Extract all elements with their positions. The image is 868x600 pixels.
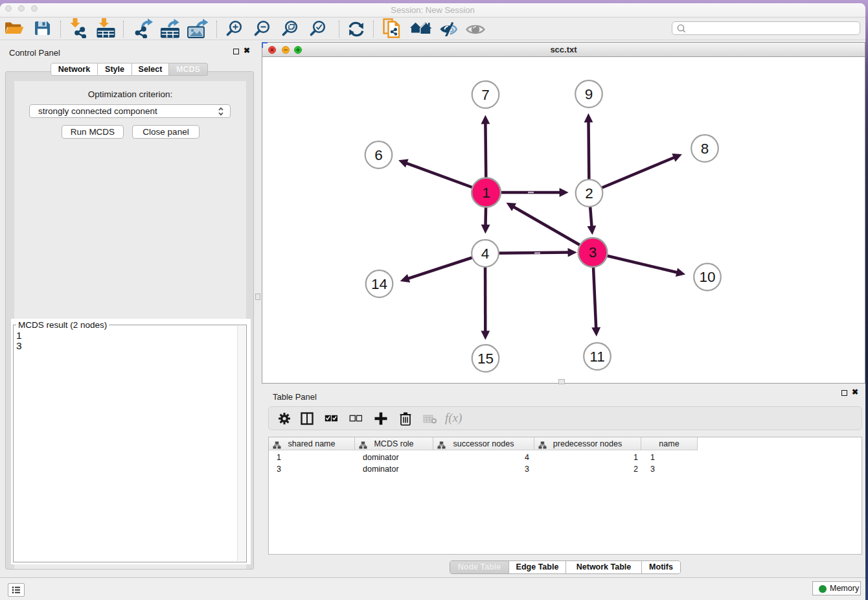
svg-text:4: 4: [481, 246, 490, 262]
svg-text:7: 7: [481, 87, 490, 103]
svg-text:2: 2: [585, 185, 593, 202]
svg-text:9: 9: [585, 86, 593, 102]
svg-text:15: 15: [477, 351, 494, 367]
svg-text:3: 3: [589, 244, 597, 260]
svg-text:1: 1: [482, 185, 490, 201]
svg-text:11: 11: [589, 349, 604, 365]
svg-text:10: 10: [699, 269, 715, 285]
svg-text:14: 14: [371, 276, 387, 292]
svg-text:6: 6: [374, 147, 383, 163]
svg-text:8: 8: [701, 141, 709, 157]
